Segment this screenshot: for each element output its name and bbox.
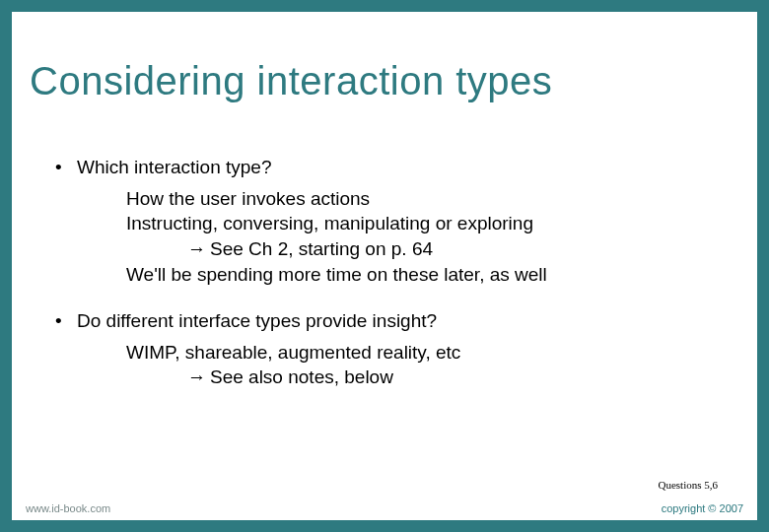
sub-item: →See also notes, below xyxy=(55,365,718,390)
sub-item: Instructing, conversing, manipulating or… xyxy=(55,211,718,236)
bullet-marker: • xyxy=(55,308,62,334)
bullet-text: Do different interface types provide ins… xyxy=(77,310,437,331)
bullet-marker: • xyxy=(55,155,62,180)
bullet-text: Which interaction type? xyxy=(77,157,272,177)
footer-url: www.id-book.com xyxy=(26,502,110,514)
footer-copyright: copyright © 2007 xyxy=(662,502,743,514)
bullet-item: • Do different interface types provide i… xyxy=(55,308,718,334)
bullet-item: • Which interaction type? xyxy=(55,155,718,180)
arrow-icon: → xyxy=(187,366,206,387)
sub-item-text: See also notes, below xyxy=(210,366,393,387)
sub-item: WIMP, shareable, augmented reality, etc xyxy=(55,340,718,366)
spacer xyxy=(55,287,718,308)
slide-content: • Which interaction type? How the user i… xyxy=(55,155,718,390)
sub-item: How the user invokes actions xyxy=(55,186,718,212)
slide-title: Considering interaction types xyxy=(30,59,552,103)
questions-note: Questions 5,6 xyxy=(659,479,719,491)
sub-item: We'll be spending more time on these lat… xyxy=(55,262,718,288)
sub-item: →See Ch 2, starting on p. 64 xyxy=(55,236,718,262)
slide: Considering interaction types • Which in… xyxy=(12,12,757,520)
sub-item-text: See Ch 2, starting on p. 64 xyxy=(210,238,433,259)
arrow-icon: → xyxy=(187,238,206,259)
